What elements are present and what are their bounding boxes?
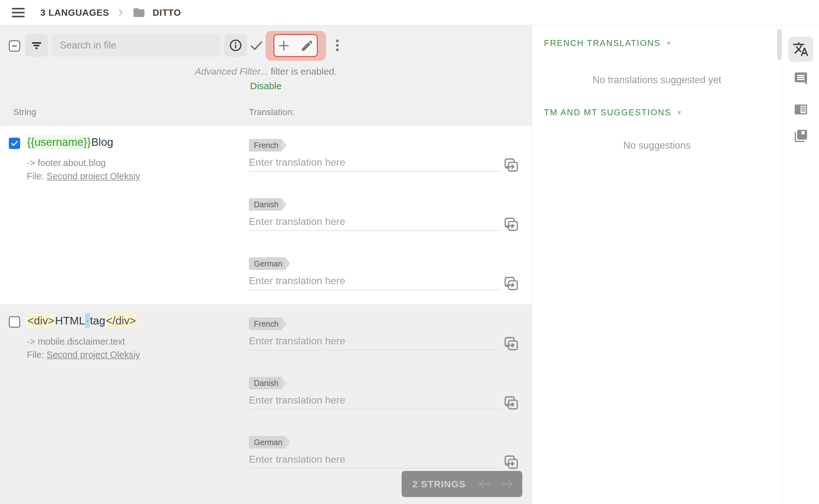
variable-token: {{username}} xyxy=(27,135,91,149)
highlighted-button-group xyxy=(266,31,326,61)
confirm-check-icon[interactable] xyxy=(249,38,264,53)
translation-input[interactable] xyxy=(249,213,501,231)
copy-source-button[interactable] xyxy=(503,453,520,471)
column-header-string: String xyxy=(13,107,36,117)
translation-input[interactable] xyxy=(249,153,501,172)
kebab-menu-icon xyxy=(329,37,345,53)
table-row: {{username}}Blog -> footer.about.blog Fi… xyxy=(0,126,532,304)
language-tag: Danish xyxy=(249,377,282,389)
copy-arrow-icon xyxy=(503,274,520,293)
translate-icon xyxy=(793,41,809,57)
copy-arrow-icon xyxy=(503,156,520,174)
language-tag: German xyxy=(249,436,285,449)
translation-input[interactable] xyxy=(249,391,501,409)
copy-arrow-icon xyxy=(503,453,520,471)
filter-icon xyxy=(30,38,43,52)
file-link[interactable]: Second project Oleksiy xyxy=(47,350,140,360)
topbar: 3 LANGUAGES DITTO xyxy=(0,0,819,25)
caret-down-icon: ▼ xyxy=(676,109,682,116)
file-label: File: xyxy=(27,350,44,360)
copy-source-button[interactable] xyxy=(503,335,520,353)
reader-mode-icon xyxy=(793,102,808,117)
app-window: 3 LANGUAGES DITTO xyxy=(0,0,819,504)
pagination-nav xyxy=(477,477,515,492)
menu-icon[interactable] xyxy=(12,7,26,18)
translation-input[interactable] xyxy=(249,450,501,469)
highlight-frame xyxy=(273,34,318,57)
copy-arrow-icon xyxy=(503,394,520,412)
previous-page-button[interactable] xyxy=(477,477,492,492)
row-checkbox[interactable] xyxy=(9,316,20,328)
breadcrumb-folder[interactable]: DITTO xyxy=(152,8,181,18)
collections-bookmark-icon xyxy=(793,129,808,143)
file-line: File:Second project Oleksiy xyxy=(27,171,140,181)
file-line: File:Second project Oleksiy xyxy=(27,350,140,360)
info-icon xyxy=(228,38,243,53)
string-text: {{username}}Blog xyxy=(27,136,113,148)
comment-icon xyxy=(793,71,808,86)
select-all-checkbox[interactable] xyxy=(9,40,20,52)
breadcrumb-languages[interactable]: 3 LANGUAGES xyxy=(40,8,109,18)
arrow-left-icon xyxy=(477,477,492,492)
copy-arrow-icon xyxy=(503,335,520,353)
filter-name: Advanced Filter... xyxy=(195,66,268,77)
space-marker-token: · xyxy=(85,313,90,328)
disable-filter-link[interactable]: Disable xyxy=(0,81,532,91)
copy-source-button[interactable] xyxy=(503,274,520,293)
reader-tab-button[interactable] xyxy=(793,102,808,117)
copy-source-button[interactable] xyxy=(503,156,520,174)
string-key-path: -> mobile.disclaimer.text xyxy=(27,336,125,347)
plain-token: Blog xyxy=(91,136,113,148)
copy-source-button[interactable] xyxy=(503,394,520,412)
empty-state-text: No translations suggested yet xyxy=(532,74,782,86)
row-checkbox[interactable] xyxy=(9,138,20,149)
chevron-right-icon xyxy=(116,8,125,17)
html-tag-token: </div> xyxy=(105,313,136,328)
column-header-translation: Translation: xyxy=(249,107,295,117)
translation-input[interactable] xyxy=(249,272,501,290)
edit-string-button[interactable] xyxy=(300,38,315,53)
checkmark-icon xyxy=(10,139,19,148)
plus-icon xyxy=(277,39,291,53)
folder-icon xyxy=(132,6,146,19)
scrollbar-thumb[interactable] xyxy=(777,29,782,60)
plain-token: tag xyxy=(90,314,106,327)
translation-group: Danish xyxy=(249,377,520,421)
collections-tab-button[interactable] xyxy=(793,129,808,143)
translations-tab-button[interactable] xyxy=(788,37,813,62)
translation-group: French xyxy=(249,139,520,183)
translation-input[interactable] xyxy=(249,332,501,350)
more-options-button[interactable] xyxy=(329,37,345,53)
string-count: 2 STRINGS xyxy=(412,479,466,490)
copy-source-button[interactable] xyxy=(503,215,520,233)
breadcrumb: 3 LANGUAGES DITTO xyxy=(40,0,181,25)
comments-tab-button[interactable] xyxy=(793,71,808,86)
string-key-path: -> footer.about.blog xyxy=(27,158,106,168)
suggestions-panel: FRENCH TRANSLATIONS ▼ No translations su… xyxy=(532,25,782,504)
empty-state-text: No suggestions xyxy=(532,140,782,151)
html-tag-token: <div> xyxy=(27,313,55,328)
filter-notice: Advanced Filter... filter is enabled. xyxy=(0,66,532,77)
string-text: <div>HTML·tag</div> xyxy=(27,314,137,327)
add-string-button[interactable] xyxy=(277,38,291,53)
section-french-translations[interactable]: FRENCH TRANSLATIONS ▼ xyxy=(544,38,672,48)
next-page-button[interactable] xyxy=(500,477,515,492)
plain-token: HTML xyxy=(55,314,85,327)
info-button[interactable] xyxy=(224,34,247,57)
translation-group: Danish xyxy=(249,198,520,242)
main-content: Advanced Filter... filter is enabled. Di… xyxy=(0,25,532,504)
section-tm-mt-suggestions[interactable]: TM AND MT SUGGESTIONS ▼ xyxy=(544,108,682,117)
pagination-bar: 2 STRINGS xyxy=(402,471,522,497)
arrow-right-icon xyxy=(500,477,515,492)
section-title: TM AND MT SUGGESTIONS xyxy=(544,108,671,117)
language-tag: Danish xyxy=(249,198,282,211)
language-tag: French xyxy=(249,318,282,330)
file-label: File: xyxy=(27,171,44,181)
filter-button[interactable] xyxy=(25,34,48,57)
translation-group: German xyxy=(249,257,520,301)
copy-arrow-icon xyxy=(503,215,520,233)
filter-message: filter is enabled. xyxy=(268,66,337,77)
translation-group: French xyxy=(249,318,520,362)
search-input[interactable] xyxy=(52,34,221,57)
file-link[interactable]: Second project Oleksiy xyxy=(47,171,140,181)
